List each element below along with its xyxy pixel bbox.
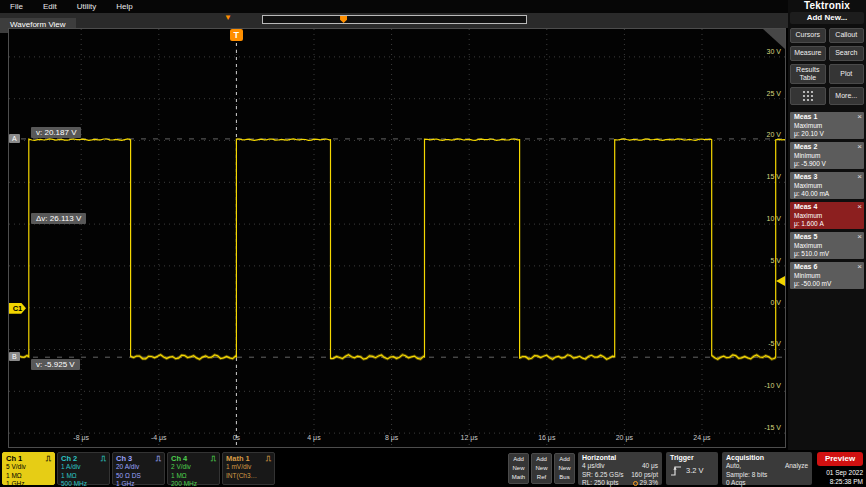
cursor-b-readout[interactable]: v: -5.925 V	[31, 359, 80, 370]
close-icon[interactable]: ×	[857, 112, 862, 122]
measurement-value: μ: 40.00 mA	[794, 190, 860, 198]
channel-name: Ch 3	[116, 454, 132, 463]
horizontal-window: 40 μs	[631, 462, 658, 470]
x-tick-label: 0s	[219, 434, 253, 441]
y-tick-label: -15 V	[745, 424, 781, 431]
measurement-name: Meas 2	[794, 143, 860, 152]
measurement-badge[interactable]: ×Meas 5Maximumμ: 510.0 mV	[790, 232, 864, 259]
channel-setting: 1 mV/div	[226, 463, 271, 471]
x-tick-label: 8 μs	[375, 434, 409, 441]
measurement-stat: Maximum	[794, 122, 860, 130]
cursor-a-readout[interactable]: v: 20.187 V	[31, 127, 81, 138]
add-new-label: New	[532, 464, 551, 473]
bottom-bar: Ch 1⎍5 V/div1 MΩ1 GHzCh 2⎍1 A/div1 MΩ500…	[0, 450, 866, 487]
cursor-delta-readout[interactable]: Δv: 26.113 V	[31, 213, 86, 224]
close-icon[interactable]: ×	[857, 172, 862, 182]
horizontal-position: 29.3%	[640, 479, 658, 486]
y-tick-label: -10 V	[745, 382, 781, 389]
acquisition-analyze: Analyze	[785, 462, 808, 470]
preview-button[interactable]: Preview	[817, 452, 863, 466]
measurement-badge[interactable]: ×Meas 6Minimumμ: -50.00 mV	[790, 262, 864, 289]
menu-bar: File Edit Utility Help	[0, 0, 788, 13]
menu-file[interactable]: File	[10, 2, 23, 11]
channel-setting: 1 MΩ	[61, 472, 106, 480]
trigger-level-icon[interactable]	[776, 276, 785, 286]
add-new-label: Bus	[555, 473, 574, 482]
close-icon[interactable]: ×	[857, 232, 862, 242]
channel-badge-math-1[interactable]: Math 1⎍1 mV/divINT(Ch3…	[222, 452, 275, 485]
measurement-list: ×Meas 1Maximumμ: 20.10 V×Meas 2Minimumμ:…	[790, 112, 864, 289]
expansion-point-icon[interactable]: ▼	[224, 14, 232, 22]
acquisition-mode: Auto,	[726, 462, 741, 470]
close-icon[interactable]: ×	[857, 142, 862, 152]
channel-badge-ch-1[interactable]: Ch 1⎍5 V/div1 MΩ1 GHz	[2, 452, 55, 485]
measurement-badge[interactable]: ×Meas 2Minimumμ: -5.900 V	[790, 142, 864, 169]
x-tick-label: 4 μs	[297, 434, 331, 441]
trigger-level-value: 3.2 V	[686, 466, 704, 476]
y-tick-label: 10 V	[745, 215, 781, 222]
trigger-position-flag[interactable]: T	[230, 29, 243, 41]
acquisition-panel[interactable]: Acquisition Auto, Analyze Sample: 8 bits…	[722, 452, 812, 485]
measurement-value: μ: -50.00 mV	[794, 280, 860, 288]
add-new-ref-button[interactable]: AddNewRef	[531, 453, 552, 484]
y-tick-label: -5 V	[745, 340, 781, 347]
waveform-icon: ⎍	[156, 454, 161, 463]
waveform-icon: ⎍	[46, 454, 51, 463]
channel-setting: INT(Ch3…	[226, 472, 271, 480]
channel-badge-ch-4[interactable]: Ch 4⎍2 V/div1 MΩ200 MHz	[167, 452, 220, 485]
measurement-name: Meas 1	[794, 113, 860, 122]
cursor-b-handle[interactable]: B	[9, 352, 20, 361]
channel-name: Math 1	[226, 454, 250, 463]
plot-button[interactable]: Plot	[829, 64, 865, 84]
measurement-name: Meas 4	[794, 203, 860, 212]
y-tick-label: 0 V	[745, 299, 781, 306]
record-trigger-marker-icon[interactable]	[340, 16, 347, 23]
menu-utility[interactable]: Utility	[77, 2, 97, 11]
add-new-bus-button[interactable]: AddNewBus	[554, 453, 575, 484]
add-new-math-button[interactable]: AddNewMath	[508, 453, 529, 484]
measurement-badge[interactable]: ×Meas 3Maximumμ: 40.00 mA	[790, 172, 864, 199]
cursors-button[interactable]: Cursors	[790, 28, 826, 43]
menu-edit[interactable]: Edit	[43, 2, 57, 11]
x-tick-label: -4 μs	[142, 434, 176, 441]
add-new-button[interactable]: Add New...	[790, 12, 864, 24]
search-button[interactable]: Search	[829, 46, 865, 61]
add-new-label: New	[555, 464, 574, 473]
add-new-label: Add	[509, 455, 528, 464]
waveform-view[interactable]: -8 μs-4 μs0s4 μs8 μs12 μs16 μs20 μs24 μs…	[8, 28, 786, 448]
more-button[interactable]: More...	[829, 87, 865, 105]
apps-button[interactable]	[790, 87, 826, 105]
results-table-button[interactable]: Results Table	[790, 64, 826, 84]
channel-badge-ch-2[interactable]: Ch 2⎍1 A/div1 MΩ500 MHz	[57, 452, 110, 485]
waveform-canvas[interactable]	[9, 29, 785, 447]
measure-button[interactable]: Measure	[790, 46, 826, 61]
x-tick-label: 20 μs	[607, 434, 641, 441]
callout-button[interactable]: Callout	[829, 28, 865, 43]
channel-badge-ch-3[interactable]: Ch 3⎍20 A/div50 Ω DS1 GHz	[112, 452, 165, 485]
measurement-value: μ: -5.900 V	[794, 160, 860, 168]
measurement-stat: Maximum	[794, 242, 860, 250]
acquisition-count: 0 Acqs	[726, 479, 808, 487]
horizontal-record-length: RL: 250 kpts	[582, 479, 625, 487]
x-tick-label: 16 μs	[530, 434, 564, 441]
date-label: 01 Sep 2022	[826, 469, 863, 478]
trigger-panel[interactable]: Trigger 3.2 V	[666, 452, 718, 485]
record-view-bar[interactable]	[262, 15, 527, 24]
cursor-a-handle[interactable]: A	[9, 134, 20, 143]
menu-help[interactable]: Help	[116, 2, 132, 11]
close-icon[interactable]: ×	[857, 262, 862, 272]
horizontal-panel[interactable]: Horizontal 4 μs/div 40 μs SR: 6.25 GS/s …	[578, 452, 662, 485]
measurement-name: Meas 6	[794, 263, 860, 272]
measurement-badge[interactable]: ×Meas 1Maximumμ: 20.10 V	[790, 112, 864, 139]
close-icon[interactable]: ×	[857, 202, 862, 212]
channel-name: Ch 4	[171, 454, 187, 463]
x-tick-label: -8 μs	[64, 434, 98, 441]
datetime[interactable]: 01 Sep 2022 8:25:38 PM	[826, 469, 863, 487]
horizontal-scale: 4 μs/div	[582, 462, 625, 470]
add-new-label: Add	[532, 455, 551, 464]
acquisition-title: Acquisition	[726, 453, 808, 462]
y-tick-label: 5 V	[745, 257, 781, 264]
measurement-value: μ: 1.600 A	[794, 220, 860, 228]
measurement-badge[interactable]: ×Meas 4Maximumμ: 1.600 A	[790, 202, 864, 229]
horizontal-resolution: 160 ps/pt	[631, 471, 658, 479]
